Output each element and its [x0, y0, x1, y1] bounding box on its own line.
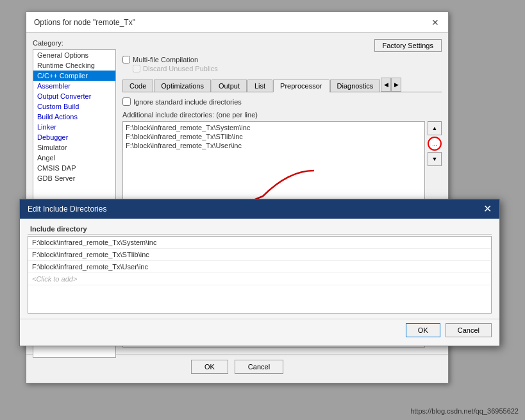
scroll-up-button[interactable]: ▲ — [428, 121, 442, 135]
tab-optimizations[interactable]: Optimizations — [154, 80, 211, 92]
fg-col-header: Include directory — [28, 224, 492, 235]
additional-dirs-label: Additional include directories: (one per… — [122, 111, 442, 119]
category-item-linker[interactable]: Linker — [33, 122, 115, 132]
category-item-output-converter[interactable]: Output Converter — [33, 91, 115, 101]
ignore-std-row: Ignore standard include directories — [122, 97, 442, 106]
tab-preprocessor[interactable]: Preprocessor — [273, 80, 329, 92]
category-item-runtime-checking[interactable]: Runtime Checking — [33, 60, 115, 71]
fg-dialog-body: Include directory F:\block\infrared_remo… — [20, 219, 499, 319]
category-item-general-options[interactable]: General Options — [33, 50, 115, 60]
fg-dir-1: F:\block\infrared_remote_Tx\System\inc — [28, 237, 491, 249]
fg-ok-button[interactable]: OK — [406, 323, 440, 337]
category-item-angel[interactable]: Angel — [33, 153, 115, 163]
include-dir-3: F:\block\infrared_remote_Tx\User\inc — [124, 141, 423, 150]
bg-titlebar: Options for node "remote_Tx" ✕ — [26, 12, 448, 33]
scroll-down-button[interactable]: ▼ — [428, 152, 442, 166]
fg-dialog-title: Edit Include Directories — [28, 205, 106, 214]
category-item-simulator[interactable]: Simulator — [33, 142, 115, 153]
tab-code[interactable]: Code — [122, 80, 153, 92]
factory-settings-button[interactable]: Factory Settings — [374, 39, 442, 52]
discard-checkbox[interactable] — [133, 65, 140, 72]
cancel-button[interactable]: Cancel — [235, 360, 283, 374]
tab-list[interactable]: List — [247, 80, 272, 92]
multifile-checkbox[interactable] — [122, 56, 130, 63]
multifile-section: Multi-file Compilation Discard Unused Pu… — [122, 56, 442, 74]
bg-close-button[interactable]: ✕ — [430, 17, 440, 28]
category-item-custom-build[interactable]: Custom Build — [33, 101, 115, 112]
fg-cancel-button[interactable]: Cancel — [446, 323, 492, 337]
category-item-assembler[interactable]: Assembler — [33, 81, 115, 91]
include-dir-2: F:\block\infrared_remote_Tx\STlib\inc — [124, 132, 423, 141]
tab-nav-left[interactable]: ◀ — [381, 78, 391, 92]
ok-button[interactable]: OK — [191, 360, 228, 374]
category-item-build-actions[interactable]: Build Actions — [33, 112, 115, 122]
include-dir-1: F:\block\infrared_remote_Tx\System\inc — [124, 123, 423, 132]
fg-dialog: Edit Include Directories ✕ Include direc… — [19, 199, 500, 346]
tabs-bar: Code Optimizations Output List Preproces… — [122, 78, 442, 92]
tab-nav-right[interactable]: ▶ — [391, 78, 401, 92]
tab-output[interactable]: Output — [212, 80, 247, 92]
category-label: Category: — [33, 39, 116, 47]
fg-click-to-add[interactable]: <Click to add> — [28, 273, 491, 285]
category-item-cc-compiler[interactable]: C/C++ Compiler — [33, 71, 115, 81]
fg-dialog-footer: OK Cancel — [20, 319, 499, 341]
ignore-std-label: Ignore standard include directories — [133, 98, 242, 106]
category-item-gdb-server[interactable]: GDB Server — [33, 173, 115, 183]
bg-dialog-title: Options for node "remote_Tx" — [34, 18, 135, 27]
category-item-debugger[interactable]: Debugger — [33, 132, 115, 142]
ignore-std-checkbox[interactable] — [122, 97, 131, 106]
watermark: https://blog.csdn.net/qq_36955622 — [410, 407, 519, 415]
fg-close-button[interactable]: ✕ — [483, 204, 492, 214]
edit-dirs-button[interactable]: ... — [428, 137, 442, 151]
discard-row: Discard Unused Publics — [133, 65, 442, 72]
multifile-label: Multi-file Compilation — [133, 56, 198, 63]
fg-dir-3: F:\block\infrared_remote_Tx\User\inc — [28, 261, 491, 273]
discard-label: Discard Unused Publics — [143, 65, 218, 72]
fg-dir-2: F:\block\infrared_remote_Tx\STlib\inc — [28, 249, 491, 261]
fg-include-list[interactable]: F:\block\infrared_remote_Tx\System\inc F… — [28, 236, 492, 314]
fg-titlebar: Edit Include Directories ✕ — [20, 199, 499, 219]
tab-diagnostics[interactable]: Diagnostics — [330, 80, 381, 92]
factory-row: Factory Settings — [122, 39, 442, 52]
category-item-cmsis-dap[interactable]: CMSIS DAP — [33, 163, 115, 173]
multifile-row: Multi-file Compilation — [122, 56, 442, 63]
